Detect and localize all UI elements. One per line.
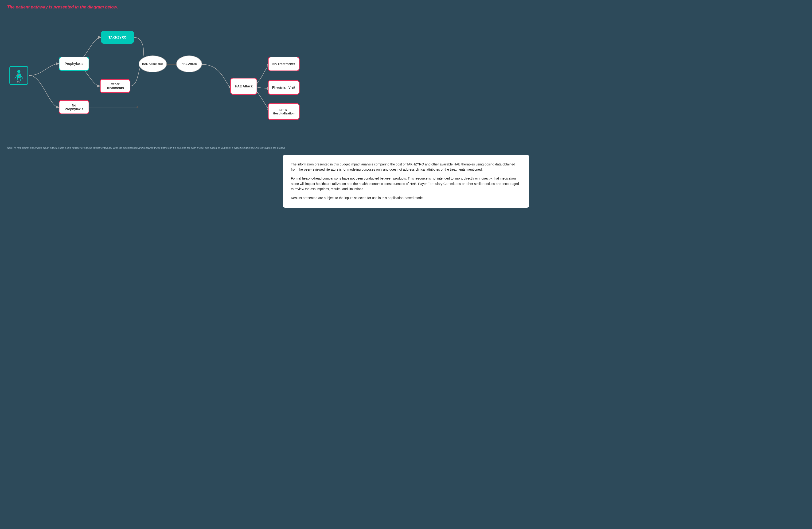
no-treatments-label: No Treatments [272,62,295,66]
svg-point-13 [19,76,20,77]
prophylaxis-node: Prophylaxis [59,57,89,71]
info-paragraph-1: The information presented in this budget… [291,162,521,172]
info-paragraph-2: Formal head-to-head comparisons have not… [291,176,521,191]
info-paragraph-3: Results presented are subject to the inp… [291,195,521,200]
hae-attack-mid-label: HAE Attack [182,62,197,66]
prophylaxis-label: Prophylaxis [64,62,83,66]
svg-rect-7 [17,74,21,78]
svg-point-12 [17,74,18,75]
page-title: The patient pathway is presented in the … [7,5,805,10]
info-box: The information presented in this budget… [282,155,530,208]
diagram-area: Prophylaxis TAKHZYRO Other Treatments No… [7,17,805,139]
takhzyro-label: TAKHZYRO [108,35,127,39]
no-treatments-node: No Treatments [268,57,300,71]
patient-label-text: Pt. [10,80,28,83]
svg-line-8 [15,75,17,78]
svg-point-1 [136,106,139,108]
other-treatments-node: Other Treatments [100,79,130,93]
no-prophylaxis-node: No Prophylaxis [59,100,89,114]
physician-visit-label: Physician Visit [272,86,295,89]
no-prophylaxis-label: No Prophylaxis [63,103,85,111]
hae-attackfree-label: HAE Attack-free [142,62,163,66]
er-node: ER +/- Hospitalization [268,103,300,120]
hae-attack-right-label: HAE Attack [235,84,253,88]
note-text: Note: In this model, depending on an att… [7,146,805,150]
er-label: ER +/- Hospitalization [272,108,295,115]
takhzyro-node: TAKHZYRO [101,31,134,44]
svg-line-9 [21,75,23,78]
hae-attackfree-node: HAE Attack-free [139,56,167,72]
other-treatments-label: Other Treatments [104,82,126,90]
physician-visit-node: Physician Visit [268,80,300,95]
svg-point-6 [17,70,20,73]
hae-attack-mid-node: HAE Attack [176,56,202,72]
patient-icon [13,70,25,81]
hae-attack-right-node: HAE Attack [230,78,257,95]
